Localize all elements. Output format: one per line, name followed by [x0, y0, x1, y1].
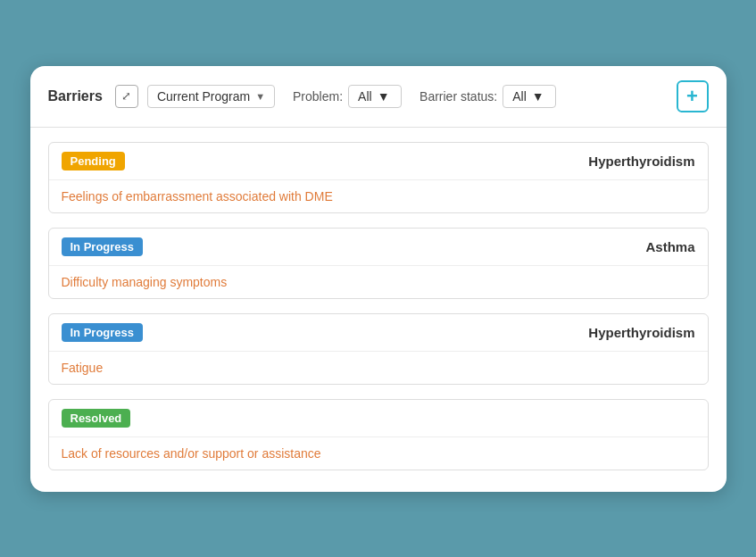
barrier-item: In Progress Asthma Difficulty managing s…: [48, 228, 709, 299]
add-icon: +: [686, 87, 698, 106]
status-badge: In Progress: [62, 237, 144, 256]
barrier-description: Feelings of embarrassment associated wit…: [49, 180, 708, 212]
barrier-description: Lack of resources and/or support or assi…: [49, 437, 708, 470]
barrier-description: Fatigue: [49, 352, 708, 384]
barrier-status-filter-group: Barrier status: All ▼: [420, 85, 556, 108]
barrier-status-select[interactable]: All ▼: [503, 85, 556, 108]
status-badge: Resolved: [62, 409, 131, 428]
barriers-list: Pending Hyperthyroidism Feelings of emba…: [30, 128, 727, 470]
problem-chevron-icon: ▼: [378, 89, 390, 104]
barrier-item: In Progress Hyperthyroidism Fatigue: [48, 313, 709, 385]
problem-label: Problem:: [293, 89, 343, 104]
add-barrier-button[interactable]: +: [677, 80, 709, 112]
program-select[interactable]: Current Program ▼: [147, 85, 275, 108]
status-badge: Pending: [62, 152, 125, 170]
problem-select[interactable]: All ▼: [348, 85, 402, 108]
condition-name: Hyperthyroidism: [588, 325, 694, 340]
problem-filter-group: Problem: All ▼: [293, 85, 402, 108]
barrier-header: In Progress Asthma: [49, 229, 708, 266]
barrier-description: Difficulty managing symptoms: [49, 266, 708, 298]
barrier-status-chevron-icon: ▼: [532, 89, 544, 104]
card-title: Barriers: [48, 88, 103, 104]
program-chevron-icon: ▼: [255, 91, 265, 102]
barrier-item: Resolved Lack of resources and/or suppor…: [48, 399, 709, 470]
barrier-status-label: Barrier status:: [420, 89, 497, 104]
condition-name: Asthma: [645, 239, 694, 254]
barrier-header: Pending Hyperthyroidism: [49, 143, 708, 180]
barrier-item: Pending Hyperthyroidism Feelings of emba…: [48, 142, 709, 213]
barrier-header: In Progress Hyperthyroidism: [49, 314, 708, 352]
expand-icon: ⤢: [121, 89, 131, 103]
expand-button[interactable]: ⤢: [115, 85, 138, 108]
barrier-status-value: All: [512, 89, 527, 104]
status-badge: In Progress: [62, 323, 144, 342]
card-header: Barriers ⤢ Current Program ▼ Problem: Al…: [30, 66, 727, 128]
barrier-header: Resolved: [49, 400, 708, 437]
condition-name: Hyperthyroidism: [588, 154, 694, 169]
problem-value: All: [358, 89, 372, 104]
barriers-card: Barriers ⤢ Current Program ▼ Problem: Al…: [30, 66, 727, 492]
program-label: Current Program: [157, 89, 250, 104]
